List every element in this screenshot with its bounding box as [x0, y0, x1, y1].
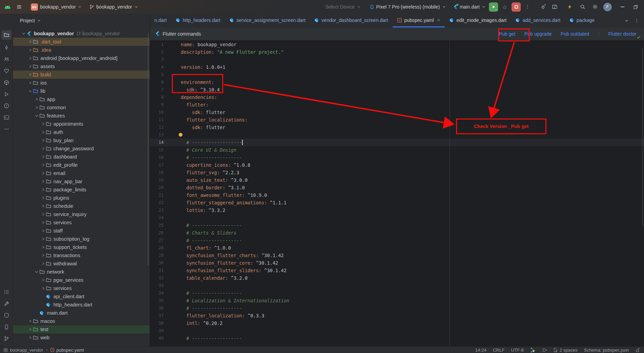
code-line-35[interactable]: 35 # Localization & Internationalization [150, 297, 644, 304]
line-number[interactable]: 9 [150, 101, 164, 109]
code-line-32[interactable]: 32 table_calendar: ^3.2.0 [150, 274, 644, 282]
tree-chevron-icon[interactable] [40, 237, 46, 241]
tab-http_headers.dart[interactable]: http_headers.dart [171, 14, 225, 27]
line-number[interactable]: 13 [150, 131, 164, 139]
tree-chevron-icon[interactable] [34, 97, 39, 101]
tree-chevron-icon[interactable] [40, 163, 46, 167]
tree-item-package_limits[interactable]: package_limits [13, 186, 150, 194]
project-panel-header[interactable]: Project [13, 14, 150, 27]
tree-item-transactions[interactable]: transactions [13, 251, 150, 260]
tree-chevron-icon[interactable] [21, 31, 26, 36]
version-control-icon[interactable] [1, 333, 12, 344]
tab-vendor_dashboard_screen.dart[interactable]: vendor_dashboard_screen.dart [310, 14, 393, 27]
code-line-30[interactable]: 30 syncfusion_flutter_core: ^30.1.42 [150, 259, 644, 267]
line-number[interactable]: 31 [150, 267, 164, 274]
editor-scrollbar[interactable] [642, 48, 643, 226]
tab-options-kebab-icon[interactable] [634, 18, 639, 23]
code-line-27[interactable]: 27 # ------------------ [150, 237, 644, 244]
tree-chevron-icon[interactable] [40, 130, 46, 134]
more-run-actions-icon[interactable] [523, 2, 532, 12]
tree-chevron-icon[interactable] [40, 171, 46, 175]
code-line-18[interactable]: 18 flutter_svg: ^2.2.3 [150, 169, 644, 176]
line-number[interactable]: 28 [150, 244, 164, 252]
tree-item-withdrawal[interactable]: withdrawal [13, 260, 150, 268]
code-style-icon[interactable] [542, 348, 547, 353]
line-number[interactable]: 23 [150, 206, 164, 214]
tree-item-macos[interactable]: macos [13, 317, 150, 325]
line-number[interactable]: 3 [150, 56, 164, 63]
code-line-3[interactable]: 3 [150, 56, 644, 63]
tree-item-api_client.dart[interactable]: api_client.dart [13, 292, 150, 301]
tree-item-app[interactable]: app [13, 95, 150, 103]
code-line-6[interactable]: 6environment: [150, 78, 644, 86]
project-scrollbar[interactable] [148, 33, 149, 266]
line-number[interactable]: 1 [150, 41, 164, 48]
more-tools-icon[interactable] [1, 123, 12, 135]
line-number[interactable]: 36 [150, 304, 164, 312]
tree-item-change_password[interactable]: change_password [13, 144, 150, 153]
run-button[interactable] [489, 2, 498, 12]
window-restore-button[interactable] [630, 2, 641, 11]
line-number[interactable]: 8 [150, 93, 164, 101]
line-number[interactable]: 30 [150, 259, 164, 267]
line-number[interactable]: 40 [150, 335, 164, 342]
line-number[interactable]: 24 [150, 214, 164, 222]
line-ending[interactable]: CRLF [493, 348, 505, 353]
line-number[interactable]: 17 [150, 161, 164, 169]
device-dropdown[interactable]: Pixel 7 Pro (wireless) (mobile) [368, 3, 448, 11]
code-line-23[interactable]: 23 lottie: ^3.3.2 [150, 206, 644, 214]
tree-chevron-icon[interactable] [40, 278, 46, 282]
tree-chevron-icon[interactable] [40, 253, 46, 257]
line-number[interactable]: 18 [150, 169, 164, 176]
tree-item-web[interactable]: web [13, 333, 150, 342]
line-number[interactable]: 4 [150, 63, 164, 71]
line-number[interactable]: 33 [150, 282, 164, 289]
tree-chevron-icon[interactable] [27, 327, 33, 331]
code-line-5[interactable]: 5 [150, 71, 644, 78]
tree-chevron-icon[interactable] [27, 56, 33, 60]
tab-service_assignment_screen.dart[interactable]: service_assignment_screen.dart [225, 14, 310, 27]
tree-chevron-icon[interactable] [40, 245, 46, 249]
line-number[interactable]: 12 [150, 124, 164, 131]
tree-item-buy_plan[interactable]: buy_plan [13, 136, 150, 144]
tree-chevron-icon[interactable] [40, 220, 46, 225]
line-number[interactable]: 5 [150, 71, 164, 78]
line-number[interactable]: 7 [150, 86, 164, 93]
code-line-20[interactable]: 20 dotted_border: ^3.1.0 [150, 184, 644, 191]
line-number[interactable]: 10 [150, 109, 164, 116]
devtools-icon[interactable] [550, 2, 559, 12]
main-menu-icon[interactable] [14, 3, 24, 11]
todo-tool-icon[interactable] [1, 286, 12, 298]
line-number[interactable]: 2 [150, 48, 164, 56]
code-line-8[interactable]: 8dependencies: [150, 93, 644, 101]
tree-chevron-icon[interactable] [27, 40, 33, 44]
tree-item-network[interactable]: network [13, 268, 150, 276]
schema-selector[interactable]: Schema: pubspec.json [584, 348, 629, 353]
user-avatar[interactable]: F [603, 3, 612, 11]
code-line-12[interactable]: 12 sdk: flutter [150, 124, 644, 131]
tab-add_services.dart[interactable]: add_services.dart [511, 14, 565, 27]
tree-chevron-icon[interactable] [40, 155, 46, 159]
code-line-10[interactable]: 10 sdk: flutter [150, 109, 644, 116]
run-tool-icon[interactable] [1, 88, 12, 100]
code-editor[interactable]: 1name: bookapp_vendor2description: "A ne… [150, 40, 644, 342]
attach-debugger-icon[interactable] [539, 2, 548, 12]
code-line-26[interactable]: 26 # Charts & Sliders [150, 229, 644, 237]
indent-setting[interactable]: 2 spaces [553, 348, 577, 353]
code-line-13[interactable]: 13 [150, 131, 644, 139]
tree-item-ios[interactable]: ios [13, 79, 150, 87]
window-minimize-button[interactable] [617, 2, 628, 11]
code-line-9[interactable]: 9 flutter: [150, 101, 644, 109]
select-device-dropdown[interactable]: Select Device [323, 3, 363, 11]
code-line-7[interactable]: 7 sdk: ^3.10.4 [150, 86, 644, 93]
line-number[interactable]: 11 [150, 116, 164, 124]
tree-item-http_headers.dart[interactable]: http_headers.dart [13, 301, 150, 309]
tab-edit_mode_images.dart[interactable]: edit_mode_images.dart [445, 14, 511, 27]
tree-item-common[interactable]: common [13, 103, 150, 112]
hidden-tabs-chevron-icon[interactable] [624, 18, 629, 23]
tree-item-service_inquiry[interactable]: service_inquiry [13, 210, 150, 218]
line-number[interactable]: 21 [150, 191, 164, 199]
line-number[interactable]: 15 [150, 146, 164, 154]
search-everywhere-icon[interactable] [578, 2, 587, 12]
commit-tool-icon[interactable] [1, 42, 12, 53]
